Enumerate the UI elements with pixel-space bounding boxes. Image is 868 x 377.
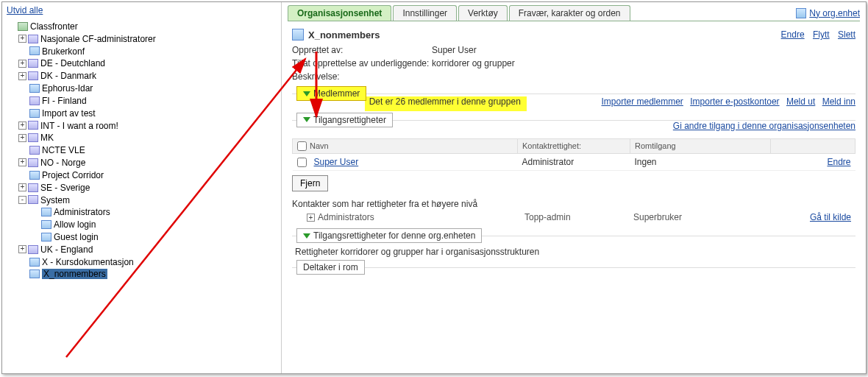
tree-label[interactable]: FI - Finland — [42, 96, 87, 106]
tree-label[interactable]: Nasjonale CF-administratorer — [40, 34, 156, 44]
room-cell: Ingen — [630, 154, 771, 171]
tree-item[interactable]: +SE - Sverige — [7, 181, 277, 194]
tree-label[interactable]: X_nonmembers — [42, 269, 107, 279]
contact-cell: Administrator — [518, 154, 630, 171]
tree-label[interactable]: NCTE VLE — [42, 145, 85, 155]
tree-label[interactable]: Administrators — [54, 207, 110, 217]
tree-label[interactable]: UK - England — [40, 244, 93, 255]
access-section: Tilgangsrettigheter Gi andre tilgang i d… — [292, 120, 855, 226]
tab[interactable]: Organisasjonsenhet — [288, 5, 391, 21]
tree-label[interactable]: Ephorus-Idar — [42, 83, 93, 94]
page-title: X_nonmembers — [308, 29, 775, 40]
expand-icon — [303, 233, 310, 239]
org-unit-icon — [292, 29, 304, 40]
select-all-checkbox[interactable] — [297, 141, 307, 151]
sidebar: Utvid alle Classfronter+Nasjonale CF-adm… — [2, 2, 282, 373]
tree-item[interactable]: Brukerkonf — [7, 45, 277, 57]
tree-item[interactable]: +UK - England — [7, 243, 277, 256]
expand-icon[interactable]: + — [18, 158, 26, 166]
tree-item[interactable]: FI - Finland — [7, 94, 277, 107]
usr-icon — [29, 258, 40, 267]
tab[interactable]: Innstillinger — [393, 5, 457, 21]
unit-access-header[interactable]: Tilgangsrettigheter for denne org.enhete… — [296, 228, 482, 243]
expand-icon[interactable]: + — [18, 183, 26, 191]
tree-label[interactable]: Allow login — [54, 219, 96, 230]
tab[interactable]: Fravær, karakter og orden — [509, 5, 630, 21]
role-cell: Topp-admin — [524, 212, 633, 222]
expand-icon — [303, 91, 310, 96]
usr-icon — [29, 84, 40, 93]
tree-label[interactable]: DK - Danmark — [40, 71, 96, 81]
import-email-link[interactable]: Importer e-postkontoer — [690, 96, 779, 107]
tree-item[interactable]: +MK — [7, 131, 277, 144]
tree-item[interactable]: Classfronter — [7, 20, 277, 32]
grant-access-link[interactable]: Gi andre tilgang i denne organisasjonsen… — [673, 121, 855, 131]
delete-link[interactable]: Slett — [838, 29, 855, 40]
usr-icon — [29, 171, 40, 180]
spacer — [7, 22, 16, 30]
tree-item[interactable]: NCTE VLE — [7, 144, 277, 156]
tree-item[interactable]: +DE - Deutchland — [7, 57, 277, 69]
access-header[interactable]: Tilgangsrettigheter — [296, 113, 393, 127]
tree-item[interactable]: +INT - I want a room! — [7, 119, 277, 132]
spacer — [18, 258, 28, 266]
edit-row-link[interactable]: Endre — [827, 157, 850, 167]
tree-item[interactable]: +DK - Danmark — [7, 69, 277, 82]
tree-item[interactable]: -System — [7, 194, 277, 206]
tree-item[interactable]: X_nonmembers — [7, 268, 277, 281]
grp-icon — [28, 245, 38, 254]
tree-label[interactable]: Guest login — [54, 232, 99, 242]
tree-item[interactable]: Administrators — [7, 205, 277, 218]
spacer — [30, 208, 40, 216]
table-row: Super UserAdministratorIngenEndre — [293, 154, 855, 171]
tree-label[interactable]: System — [40, 194, 70, 205]
tree-label[interactable]: Brukerkonf — [42, 46, 85, 56]
expand-icon[interactable]: + — [18, 121, 26, 130]
tree-item[interactable]: Import av test — [7, 107, 277, 119]
expand-icon[interactable]: + — [18, 72, 26, 80]
grp-icon — [28, 71, 38, 80]
expand-icon[interactable]: + — [18, 35, 26, 43]
tree-item[interactable]: Guest login — [7, 230, 277, 243]
expand-icon[interactable]: + — [18, 134, 26, 142]
tree-label[interactable]: Project Corridor — [42, 170, 104, 180]
access-table: Navn Kontaktrettighet: Romtilgang Super … — [292, 138, 855, 172]
tree-item[interactable]: +Nasjonale CF-administratorer — [7, 32, 277, 45]
usr-icon — [29, 46, 40, 55]
tree-item[interactable]: Allow login — [7, 218, 277, 230]
expand-icon[interactable]: + — [18, 60, 26, 68]
tree-label[interactable]: INT - I want a room! — [40, 120, 118, 130]
signin-link[interactable]: Meld inn — [822, 96, 855, 107]
participants-header[interactable]: Deltaker i rom — [296, 260, 365, 275]
user-link[interactable]: Super User — [314, 157, 359, 167]
tree-item[interactable]: +NO - Norge — [7, 156, 277, 169]
tree-item[interactable]: X - Kursdokumentasjon — [7, 256, 277, 268]
members-header[interactable]: Medlemmer — [296, 86, 366, 101]
group-name: Administrators — [318, 212, 374, 222]
tree-label[interactable]: DE - Deutchland — [40, 58, 105, 68]
level-cell: Superbruker — [633, 212, 742, 222]
tree-label[interactable]: Import av test — [42, 108, 96, 119]
remove-button[interactable]: Fjern — [292, 175, 328, 191]
edit-link[interactable]: Endre — [781, 29, 805, 40]
collapse-icon[interactable]: - — [18, 196, 26, 204]
expand-icon[interactable]: + — [18, 245, 26, 253]
row-checkbox[interactable] — [297, 158, 307, 167]
move-link[interactable]: Flytt — [813, 29, 830, 40]
tree-label[interactable]: MK — [40, 133, 54, 143]
tab[interactable]: Verktøy — [458, 5, 508, 21]
members-summary: Det er 26 medlemmer i denne gruppen — [369, 96, 521, 107]
new-org-link[interactable]: Ny org.enhet — [796, 8, 860, 18]
tree-label[interactable]: Classfronter — [30, 21, 78, 32]
import-members-link[interactable]: Importer medlemmer — [602, 96, 683, 107]
expand-icon[interactable]: + — [307, 214, 315, 222]
tree-label[interactable]: NO - Norge — [40, 158, 85, 168]
expand-all-link[interactable]: Utvid alle — [7, 5, 43, 15]
tree-label[interactable]: SE - Sverige — [40, 183, 90, 193]
goto-source-link[interactable]: Gå til kilde — [810, 212, 851, 222]
tree-item[interactable]: Project Corridor — [7, 169, 277, 181]
tree-item[interactable]: Ephorus-Idar — [7, 82, 277, 94]
tree-label[interactable]: X - Kursdokumentasjon — [42, 257, 134, 267]
signout-link[interactable]: Meld ut — [786, 96, 815, 107]
grp-icon — [28, 158, 38, 167]
